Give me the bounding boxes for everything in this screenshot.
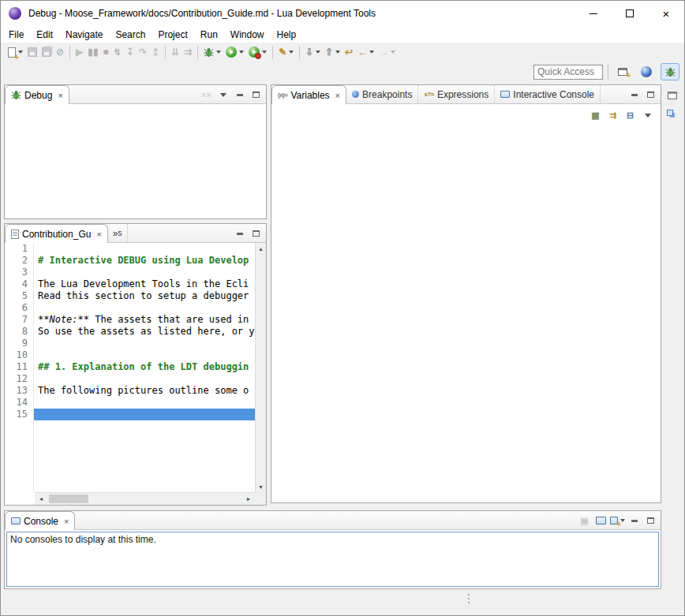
- maximize-view-button[interactable]: [643, 513, 658, 528]
- line-number: 12: [5, 373, 34, 385]
- maximize-view-button[interactable]: [249, 88, 264, 103]
- debug-perspective-button[interactable]: [661, 63, 679, 80]
- ldt-perspective-button[interactable]: [637, 63, 656, 80]
- disconnect-icon: ↯: [114, 47, 122, 57]
- close-icon: ×: [663, 7, 670, 21]
- view-menu-button[interactable]: [640, 108, 655, 123]
- menu-navigate[interactable]: Navigate: [59, 28, 109, 42]
- menu-search[interactable]: Search: [109, 28, 152, 42]
- editor-line-text[interactable]: [34, 267, 255, 278]
- line-number: 15: [5, 409, 34, 420]
- previous-annotation-button[interactable]: ⇧: [324, 43, 342, 61]
- scroll-up-arrow[interactable]: ▲: [256, 243, 266, 254]
- editor-line-text[interactable]: [34, 243, 255, 255]
- editor-line-text[interactable]: # Interactive DEBUG using Lua Develop: [34, 255, 255, 267]
- editor-line-text[interactable]: [34, 349, 255, 361]
- debug-view-tabbar: Debug × ××: [5, 85, 266, 104]
- maximize-view-button[interactable]: [249, 226, 264, 241]
- view-menu-button[interactable]: [215, 88, 230, 103]
- menu-project[interactable]: Project: [152, 28, 193, 42]
- editor-line-text[interactable]: So use the assets as listed here, or y: [34, 326, 255, 338]
- previous-annotation-dropdown-arrow[interactable]: [335, 50, 340, 54]
- debug-dropdown-arrow[interactable]: [216, 50, 221, 54]
- editor-line-text[interactable]: The Lua Development Tools in the Ecli: [34, 278, 255, 290]
- maximize-view-button[interactable]: [643, 88, 658, 103]
- editor-vertical-scrollbar[interactable]: ▲ ▼: [255, 243, 266, 492]
- editor-line-text[interactable]: [34, 302, 255, 314]
- menu-run[interactable]: Run: [194, 28, 224, 42]
- forward-dropdown-arrow[interactable]: [391, 50, 395, 54]
- menu-file[interactable]: File: [2, 28, 30, 42]
- close-debug-tab-icon[interactable]: ×: [58, 91, 62, 100]
- maximize-button[interactable]: [612, 1, 648, 26]
- editor-line-text[interactable]: **Note:** The assets that are used in: [34, 314, 255, 326]
- run-button[interactable]: [224, 43, 245, 61]
- back-button[interactable]: ←: [356, 43, 376, 61]
- bottom-sash-handle[interactable]: [468, 594, 470, 603]
- open-perspective-button[interactable]: [613, 63, 632, 80]
- minimize-view-icon: [631, 94, 638, 96]
- collapse-all-button[interactable]: ⊟: [623, 108, 638, 123]
- last-edit-location-icon: ↩: [345, 47, 353, 57]
- editor-line-text[interactable]: [34, 338, 255, 349]
- menu-help[interactable]: Help: [271, 28, 303, 42]
- remove-all-terminated-button: ××: [199, 88, 214, 103]
- tab-contribution-guide[interactable]: Contribution_Gu ×: [5, 224, 108, 243]
- editor-line-text[interactable]: Read this section to setup a debugger: [34, 290, 255, 302]
- editor-line-text[interactable]: [34, 373, 255, 385]
- tab-console[interactable]: Console ×: [5, 511, 75, 530]
- close-button[interactable]: ×: [648, 1, 684, 26]
- run-dropdown-arrow[interactable]: [239, 50, 244, 54]
- overflow-count: 5: [118, 230, 122, 237]
- editor-horizontal-scrollbar[interactable]: ◄ ►: [35, 492, 255, 505]
- next-annotation-button[interactable]: ⇩: [304, 43, 322, 61]
- scroll-down-arrow[interactable]: ▼: [256, 481, 266, 492]
- editor-line-text[interactable]: [34, 397, 255, 409]
- editor-line-text[interactable]: ## 1. Explanation of the LDT debuggin: [34, 361, 255, 373]
- debug-button[interactable]: [202, 43, 223, 61]
- external-tools-button[interactable]: [247, 43, 268, 61]
- toolbar-separator: [165, 46, 166, 59]
- editor-overflow-tab[interactable]: »5: [108, 224, 128, 242]
- editor-line-text[interactable]: [34, 409, 255, 420]
- mark-occurrences-button[interactable]: ✎: [277, 43, 295, 61]
- display-selected-console-button[interactable]: [593, 513, 608, 528]
- minimize-view-button[interactable]: [627, 513, 642, 528]
- show-columns-button[interactable]: ▦: [588, 108, 603, 123]
- show-logical-structures-button[interactable]: ⇉: [605, 108, 620, 123]
- scroll-right-arrow[interactable]: ►: [242, 493, 255, 505]
- resume-icon: ▶: [76, 47, 83, 57]
- editor-line-text[interactable]: The following pictures outline some o: [34, 385, 255, 397]
- terminate-button: ■: [102, 43, 110, 61]
- tab-interactive-console[interactable]: Interactive Console: [495, 85, 601, 103]
- minimized-view-button[interactable]: [664, 106, 681, 124]
- external-tools-dropdown-arrow[interactable]: [262, 50, 267, 54]
- debug-view-icon: [11, 90, 21, 100]
- close-console-tab-icon[interactable]: ×: [64, 517, 69, 526]
- tab-variables[interactable]: (x)= Variables ×: [271, 85, 346, 104]
- minimize-view-button[interactable]: [627, 88, 642, 103]
- minimize-button[interactable]: [575, 1, 612, 26]
- last-edit-location-button[interactable]: ↩: [343, 43, 354, 61]
- tab-breakpoints[interactable]: Breakpoints: [346, 85, 418, 103]
- mark-occurrences-dropdown-arrow[interactable]: [289, 50, 294, 54]
- open-console-button[interactable]: [610, 513, 625, 528]
- editor-content[interactable]: 12# Interactive DEBUG using Lua Develop3…: [5, 243, 255, 492]
- new-button[interactable]: [6, 43, 24, 61]
- back-dropdown-arrow[interactable]: [369, 50, 374, 54]
- editor-line: 12: [5, 373, 255, 385]
- tab-expressions[interactable]: x?= Expressions: [418, 85, 495, 103]
- close-variables-tab-icon[interactable]: ×: [335, 91, 340, 100]
- restore-minimized-view-button[interactable]: [664, 87, 681, 104]
- tab-debug[interactable]: Debug ×: [5, 85, 69, 104]
- menu-window[interactable]: Window: [224, 28, 271, 42]
- scroll-left-arrow[interactable]: ◄: [35, 493, 47, 505]
- editor-body: 12# Interactive DEBUG using Lua Develop3…: [5, 243, 266, 505]
- close-editor-tab-icon[interactable]: ×: [96, 230, 101, 239]
- minimize-view-button[interactable]: [232, 88, 247, 103]
- next-annotation-dropdown-arrow[interactable]: [316, 50, 320, 54]
- quick-access-input[interactable]: [533, 65, 603, 80]
- menu-edit[interactable]: Edit: [30, 28, 59, 42]
- minimize-view-button[interactable]: [232, 226, 247, 241]
- horizontal-scrollbar-thumb[interactable]: [49, 495, 88, 503]
